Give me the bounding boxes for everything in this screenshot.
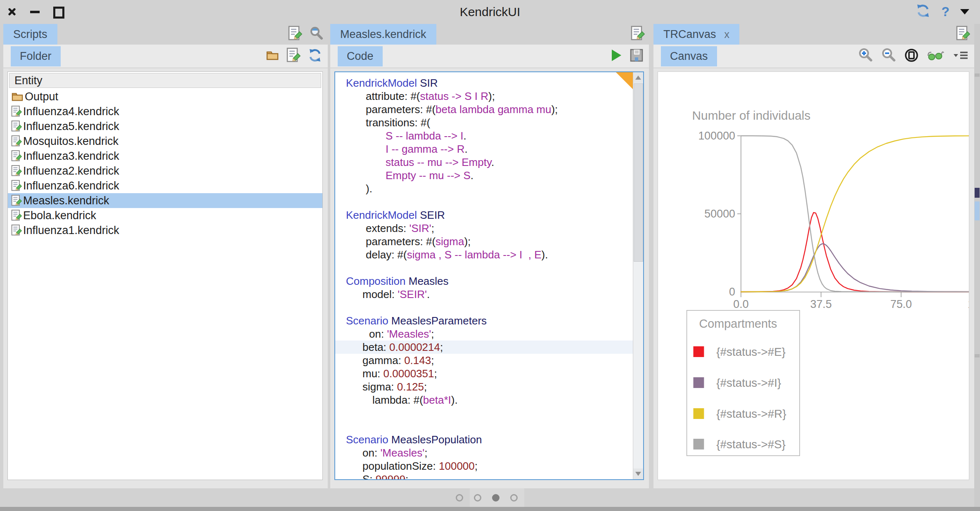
- chart: Number of individuals0500001000000.037.5…: [658, 72, 969, 480]
- svg-text:100000: 100000: [698, 130, 735, 142]
- list-item-label: Influenza4.kendrick: [23, 105, 119, 118]
- pager-dot[interactable]: [474, 494, 481, 502]
- code-line: attribute: #(status -> S I R);: [335, 90, 633, 103]
- list-item-label: Influenza1.kendrick: [23, 224, 119, 237]
- edit-script-icon[interactable]: [288, 26, 302, 43]
- script-file-icon: [11, 194, 22, 207]
- list-item[interactable]: Influenza2.kendrick: [8, 163, 322, 178]
- svg-text:112.5: 112.5: [968, 298, 969, 310]
- run-play-icon[interactable]: [610, 48, 623, 64]
- editor-scrollbar[interactable]: [633, 72, 643, 479]
- bottom-strip: [0, 507, 980, 511]
- code-line: on: 'Measles';: [335, 327, 633, 341]
- script-file-icon: [11, 120, 22, 133]
- list-item[interactable]: Influenza1.kendrick: [8, 223, 322, 238]
- measles-panel: Measles.kendrick Code: [330, 24, 649, 488]
- svg-text:Number of individuals: Number of individuals: [692, 109, 811, 122]
- code-line: model: 'SEIR'.: [335, 288, 633, 301]
- code-line: Scenario MeaslesParameters: [335, 314, 633, 327]
- edit-script-icon[interactable]: [631, 26, 645, 43]
- code-line: lambda: #(beta*I).: [335, 393, 633, 407]
- refresh-icon[interactable]: [308, 48, 322, 64]
- window-title: KendrickUI: [0, 5, 980, 19]
- list-item[interactable]: Influenza4.kendrick: [8, 104, 322, 119]
- tab-scripts[interactable]: Scripts: [3, 24, 57, 45]
- code-line: status -- mu --> Empty.: [335, 156, 633, 169]
- entity-header-label: Entity: [14, 74, 43, 87]
- folder-icon[interactable]: [266, 50, 279, 63]
- pager-dot[interactable]: [456, 494, 463, 502]
- scrollbar-thumb[interactable]: [634, 83, 643, 262]
- help-icon[interactable]: ?: [941, 4, 949, 19]
- gutter-thumb[interactable]: [975, 201, 980, 220]
- code-line: [335, 261, 633, 274]
- code-line: Composition Measles: [335, 274, 633, 288]
- scroll-up-icon[interactable]: [633, 72, 643, 83]
- unsaved-corner-marker: [616, 72, 633, 90]
- code-line: [335, 195, 633, 208]
- subtab-folder[interactable]: Folder: [11, 46, 61, 66]
- code-line: populationSize: 100000;: [335, 459, 633, 473]
- page-indicator: [0, 488, 980, 507]
- list-item[interactable]: Mosquitos.kendrick: [8, 134, 322, 149]
- list-item[interactable]: Influenza5.kendrick: [8, 119, 322, 134]
- titlebar: KendrickUI ?: [0, 0, 980, 24]
- zoom-in-icon[interactable]: [858, 47, 873, 65]
- menu-list-icon[interactable]: [952, 50, 968, 63]
- edit-script-icon[interactable]: [956, 26, 970, 43]
- chart-canvas[interactable]: Number of individuals0500001000000.037.5…: [658, 71, 969, 480]
- gutter-notch: [975, 354, 980, 357]
- list-item[interactable]: Output: [8, 89, 322, 104]
- inspect-magnifier-icon[interactable]: [309, 26, 324, 43]
- list-item-label: Influenza2.kendrick: [23, 165, 119, 177]
- code-line: delay: #(sigma , S -- lambda --> I , E).: [335, 248, 633, 261]
- script-file-icon: [11, 164, 22, 177]
- code-line: [335, 407, 633, 420]
- code-text: KendrickModel SIRattribute: #(status -> …: [335, 76, 633, 480]
- code-editor[interactable]: KendrickModel SIRattribute: #(status -> …: [334, 71, 644, 480]
- script-file-icon: [11, 179, 22, 192]
- scroll-down-icon[interactable]: [633, 468, 643, 479]
- tab-scripts-label: Scripts: [13, 28, 47, 41]
- list-item-label: Influenza6.kendrick: [23, 180, 119, 192]
- code-line: gamma: 0.143;: [335, 354, 633, 367]
- list-item[interactable]: Ebola.kendrick: [8, 208, 322, 223]
- tab-trcanvas-label: TRCanvas: [663, 28, 716, 41]
- code-line: on: 'Measles';: [335, 446, 633, 459]
- tab-measles-kendrick[interactable]: Measles.kendrick: [330, 24, 436, 45]
- pager-dot[interactable]: [492, 494, 499, 502]
- fit-view-icon[interactable]: [904, 48, 919, 64]
- script-file-icon: [11, 149, 22, 163]
- script-file-icon: [11, 209, 22, 222]
- trcanvas-panel: TRCanvas x Canvas: [653, 24, 974, 488]
- code-line: parameters: #(sigma);: [335, 235, 633, 248]
- kendrickui-window: { "titlebar": { "title": "KendrickUI", "…: [0, 0, 980, 511]
- script-file-icon: [11, 105, 22, 118]
- glasses-inspect-icon[interactable]: [926, 49, 944, 63]
- zoom-out-icon[interactable]: [881, 47, 897, 65]
- subtab-canvas[interactable]: Canvas: [661, 46, 717, 66]
- subtab-code[interactable]: Code: [338, 46, 383, 66]
- edit-script-icon[interactable]: [286, 47, 301, 65]
- tab-trcanvas[interactable]: TRCanvas x: [653, 24, 739, 45]
- gutter-notch: [975, 73, 980, 77]
- code-line: Scenario MeaslesPopulation: [335, 433, 633, 446]
- code-line: parameters: #(beta lambda gamma mu);: [335, 103, 633, 116]
- list-item-label: Ebola.kendrick: [23, 209, 96, 222]
- list-item-label: Influenza3.kendrick: [23, 150, 119, 163]
- code-line: Empty -- mu --> S.: [335, 169, 633, 182]
- sync-icon[interactable]: [916, 3, 930, 20]
- list-item[interactable]: Influenza6.kendrick: [8, 178, 322, 193]
- right-edge-scrollbar[interactable]: [974, 24, 980, 507]
- code-line: extends: 'SIR';: [335, 222, 633, 235]
- tab-close-icon[interactable]: x: [723, 28, 730, 40]
- list-item-label: Influenza5.kendrick: [23, 120, 119, 133]
- save-icon[interactable]: [630, 49, 643, 64]
- list-item[interactable]: Influenza3.kendrick: [8, 149, 322, 163]
- list-item[interactable]: Measles.kendrick: [8, 193, 322, 208]
- menu-caret-icon[interactable]: [960, 9, 969, 14]
- gutter-marker-dark: [975, 188, 980, 198]
- code-line: beta: 0.0000214;: [335, 341, 633, 354]
- scripts-panel: Scripts Folder: [3, 24, 328, 488]
- pager-dot[interactable]: [510, 494, 518, 502]
